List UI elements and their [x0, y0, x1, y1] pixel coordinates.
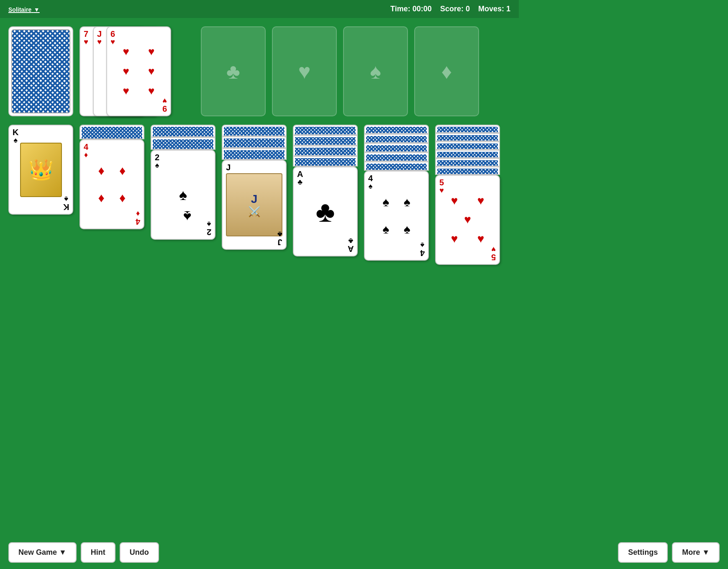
col5-ace-clubs[interactable]: A ♣ ♣ A ♣ [293, 167, 358, 256]
moves-value: 1 [506, 5, 510, 13]
col5-fd2 [293, 135, 358, 146]
col4-fd1 [222, 125, 287, 136]
foundation-clubs[interactable]: ♣ [201, 26, 266, 116]
col7-fd5 [435, 158, 500, 167]
col7-fd6 [435, 167, 500, 175]
time-label: Time: [390, 5, 410, 13]
col4-fd2 [222, 136, 287, 148]
tableau-col1-king-spades[interactable]: K ♠ 👑 K ♠ [8, 125, 73, 215]
waste-card-3-pips: ♥ ♥ ♥ ♥ ♥ ♥ [113, 42, 164, 101]
col3-facedown-1 [151, 125, 215, 137]
tableau-col-4: J ♣ J ⚔️ J ♣ [222, 125, 287, 250]
col3-stack: 2 ♠ ♠ ♠ 2 ♠ [151, 125, 215, 240]
moves-label: Moves: [478, 5, 504, 13]
col7-fd4 [435, 150, 500, 158]
col2-four-diamonds[interactable]: 4 ♦ ♦ ♦ ♦ ♦ 4 ♦ [79, 139, 144, 229]
tableau-col-1: K ♠ 👑 K ♠ [8, 125, 73, 215]
col6-fd5 [364, 161, 429, 171]
tableau: K ♠ 👑 K ♠ [8, 125, 510, 265]
tableau-col-6: 4 ♠ ♠ ♠ ♠ ♠ 4 ♠ [364, 125, 429, 261]
game-area: 7 ♥ 7 ♥ J ♥ J ♥ [0, 18, 519, 273]
col5-fd3 [293, 146, 358, 156]
col6-stack: 4 ♠ ♠ ♠ ♠ ♠ 4 ♠ [364, 125, 429, 261]
col7-fd3 [435, 141, 500, 150]
game-stats: Time: 00:00 Score: 0 Moves: 1 [390, 5, 510, 13]
col5-stack: A ♣ ♣ A ♣ [293, 125, 358, 256]
col6-fd4 [364, 152, 429, 161]
foundation-spades[interactable]: ♠ [343, 26, 408, 116]
foundation-hearts[interactable]: ♥ [272, 26, 337, 116]
col3-facedown-2 [151, 137, 215, 150]
col2-stack: 4 ♦ ♦ ♦ ♦ ♦ 4 ♦ [79, 125, 144, 229]
game-title[interactable]: Solitaire ▼ [8, 4, 40, 14]
col4-jack-clubs[interactable]: J ♣ J ⚔️ J ♣ [222, 160, 287, 250]
col4-stack: J ♣ J ⚔️ J ♣ [222, 125, 287, 250]
title-dropdown-icon: ▼ [34, 6, 40, 13]
score-label: Score: [440, 5, 464, 13]
header: Solitaire ▼ Time: 00:00 Score: 0 Moves: … [0, 0, 519, 18]
col5-fd1 [293, 125, 358, 135]
top-row: 7 ♥ 7 ♥ J ♥ J ♥ [8, 26, 510, 116]
tableau-col-2: 4 ♦ ♦ ♦ ♦ ♦ 4 ♦ [79, 125, 144, 229]
stock-pile[interactable] [8, 26, 73, 116]
col6-fd2 [364, 134, 429, 143]
tableau-col-5: A ♣ ♣ A ♣ [293, 125, 358, 256]
waste-card-3[interactable]: 6 ♥ ♥ ♥ ♥ ♥ ♥ ♥ 9 ♥ [106, 26, 171, 116]
col7-stack: 5 ♥ ♥ ♥ ♥ ♥ ♥ 5 ♥ [435, 125, 500, 265]
waste-card-1-topleft: 7 ♥ [84, 30, 88, 46]
col2-facedown-1 [79, 125, 144, 139]
stock-back-pattern [11, 29, 70, 113]
waste-pile[interactable]: 7 ♥ 7 ♥ J ♥ J ♥ [79, 26, 176, 116]
col7-fd1 [435, 125, 500, 133]
col6-fd1 [364, 125, 429, 134]
col6-fd3 [364, 143, 429, 152]
col4-fd3 [222, 148, 287, 160]
title-text: Solitaire [8, 6, 31, 13]
waste-card-2-topleft: J ♥ [97, 30, 102, 46]
foundation-diamonds[interactable]: ♦ [414, 26, 479, 116]
foundations: ♣ ♥ ♠ ♦ [201, 26, 479, 116]
tableau-col-3: 2 ♠ ♠ ♠ 2 ♠ [151, 125, 215, 240]
time-value: 00:00 [413, 5, 432, 13]
col3-two-spades[interactable]: 2 ♠ ♠ ♠ 2 ♠ [151, 150, 215, 240]
col5-fd4 [293, 156, 358, 167]
col7-fd2 [435, 133, 500, 141]
tableau-col-7: 5 ♥ ♥ ♥ ♥ ♥ ♥ 5 ♥ [435, 125, 500, 265]
col7-five-hearts[interactable]: 5 ♥ ♥ ♥ ♥ ♥ ♥ 5 ♥ [435, 175, 500, 265]
col6-four-spades[interactable]: 4 ♠ ♠ ♠ ♠ ♠ 4 ♠ [364, 171, 429, 261]
score-value: 0 [466, 5, 470, 13]
